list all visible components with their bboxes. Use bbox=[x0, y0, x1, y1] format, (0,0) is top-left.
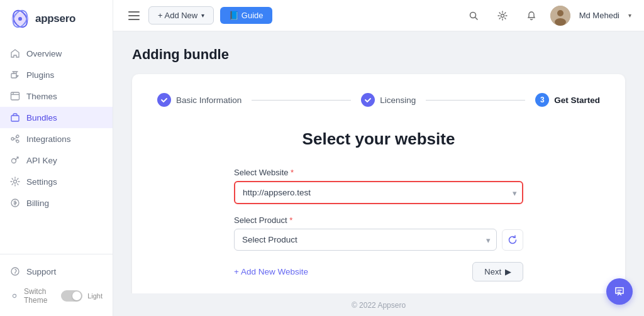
refresh-icon bbox=[508, 235, 518, 245]
stepper: Basic Information Licensing 3 Get Starte… bbox=[157, 93, 600, 107]
sidebar-item-integrations-label: Integrations bbox=[26, 134, 71, 144]
product-select[interactable]: Select Product bbox=[234, 229, 497, 251]
check-icon-1 bbox=[160, 96, 168, 104]
key-icon bbox=[10, 155, 20, 165]
step-2: Licensing bbox=[361, 93, 416, 107]
add-website-link[interactable]: + Add New Website bbox=[234, 267, 308, 276]
topbar-left: + Add New ▾ 📘 Guide bbox=[126, 6, 456, 25]
website-select[interactable]: http://appsero.test bbox=[234, 181, 523, 204]
product-label: Select Product * bbox=[234, 215, 523, 225]
content-area: Adding bundle Basic Information Licensin… bbox=[113, 31, 644, 293]
search-icon bbox=[469, 11, 479, 21]
sidebar-support-label: Support bbox=[26, 267, 56, 276]
bell-icon bbox=[526, 11, 536, 21]
guide-label: 📘 Guide bbox=[229, 11, 263, 20]
website-select-wrapper: http://appsero.test ▾ bbox=[234, 181, 523, 204]
svg-rect-4 bbox=[11, 74, 16, 78]
search-button[interactable] bbox=[464, 6, 484, 26]
avatar bbox=[550, 6, 570, 26]
support-icon bbox=[10, 266, 20, 276]
step-line-1 bbox=[252, 100, 351, 101]
hamburger-line-2 bbox=[128, 15, 140, 16]
sidebar-item-bundles[interactable]: Bundles bbox=[0, 107, 113, 128]
sidebar-item-settings[interactable]: Settings bbox=[0, 171, 113, 192]
svg-rect-6 bbox=[11, 116, 19, 121]
sidebar-item-support[interactable]: Support bbox=[0, 261, 113, 282]
sidebar-item-overview[interactable]: Overview bbox=[0, 43, 113, 64]
sidebar: appsero Overview Plugins Themes Bundles … bbox=[0, 0, 113, 316]
settings-icon bbox=[10, 177, 20, 187]
settings-button[interactable] bbox=[492, 6, 513, 26]
notifications-button[interactable] bbox=[521, 6, 541, 26]
step-3: 3 Get Started bbox=[535, 93, 600, 107]
billing-icon bbox=[10, 198, 20, 208]
step-3-number: 3 bbox=[535, 93, 549, 107]
product-form-group: Select Product * Select Product ▾ bbox=[234, 215, 523, 251]
hamburger-line-1 bbox=[128, 11, 140, 13]
sidebar-item-api-key[interactable]: API Key bbox=[0, 150, 113, 171]
topbar: + Add New ▾ 📘 Guide Md Mehedi ▾ bbox=[113, 0, 644, 31]
add-website-label: + Add New Website bbox=[234, 267, 308, 276]
home-icon bbox=[10, 48, 20, 58]
chat-bubble[interactable] bbox=[606, 278, 633, 305]
user-name: Md Mehedi bbox=[579, 11, 619, 20]
next-arrow-icon: ▶ bbox=[505, 267, 511, 276]
refresh-button[interactable] bbox=[502, 229, 523, 251]
sidebar-item-themes-label: Themes bbox=[26, 92, 57, 101]
bundles-icon bbox=[10, 112, 20, 123]
step-2-check bbox=[361, 93, 375, 107]
step-1-check bbox=[157, 93, 171, 107]
svg-point-16 bbox=[501, 14, 504, 17]
sidebar-item-api-key-label: API Key bbox=[26, 156, 57, 165]
sidebar-item-billing[interactable]: Billing bbox=[0, 192, 113, 214]
footer-text: © 2022 Appsero bbox=[352, 301, 406, 310]
sidebar-item-settings-label: Settings bbox=[26, 177, 57, 187]
location-icon bbox=[10, 291, 19, 300]
sidebar-item-integrations[interactable]: Integrations bbox=[0, 128, 113, 150]
main-card: Basic Information Licensing 3 Get Starte… bbox=[132, 74, 625, 293]
sidebar-bottom: Support Switch Theme Light bbox=[0, 254, 113, 316]
product-select-wrapper: Select Product ▾ bbox=[234, 229, 497, 251]
website-form-group: Select Website * http://appsero.test ▾ bbox=[234, 168, 523, 204]
topbar-right: Md Mehedi ▾ bbox=[464, 6, 631, 26]
plugin-icon bbox=[10, 70, 20, 80]
svg-point-13 bbox=[11, 268, 19, 275]
next-button[interactable]: Next ▶ bbox=[472, 262, 523, 281]
step-3-label: Get Started bbox=[554, 95, 600, 105]
step-2-label: Licensing bbox=[380, 95, 416, 105]
sidebar-item-themes[interactable]: Themes bbox=[0, 85, 113, 107]
svg-point-11 bbox=[14, 180, 17, 183]
step-line-2 bbox=[426, 100, 525, 101]
page-title: Adding bundle bbox=[132, 46, 625, 63]
add-new-button[interactable]: + Add New ▾ bbox=[148, 6, 214, 25]
appsero-logo-icon bbox=[10, 9, 30, 29]
switch-theme-row: Switch Theme Light bbox=[0, 282, 113, 310]
svg-point-3 bbox=[18, 17, 22, 21]
svg-point-14 bbox=[13, 294, 16, 297]
product-select-row: Select Product ▾ bbox=[234, 229, 523, 251]
hamburger-button[interactable] bbox=[126, 9, 142, 23]
add-new-label: + Add New bbox=[158, 11, 197, 20]
section-heading: Select your website bbox=[157, 129, 600, 149]
sidebar-item-bundles-label: Bundles bbox=[26, 113, 57, 123]
step-1: Basic Information bbox=[157, 93, 242, 107]
form-bottom-row: + Add New Website Next ▶ bbox=[234, 262, 523, 281]
logo-text: appsero bbox=[35, 13, 75, 25]
theme-toggle[interactable] bbox=[61, 290, 82, 302]
toggle-thumb bbox=[72, 291, 81, 300]
svg-rect-5 bbox=[11, 92, 19, 100]
next-label: Next bbox=[484, 267, 501, 276]
required-asterisk-2: * bbox=[287, 215, 293, 225]
avatar-image bbox=[550, 6, 570, 26]
sidebar-item-billing-label: Billing bbox=[26, 199, 49, 208]
main-area: + Add New ▾ 📘 Guide Md Mehedi ▾ bbox=[113, 0, 644, 316]
guide-button[interactable]: 📘 Guide bbox=[220, 7, 272, 24]
footer: © 2022 Appsero bbox=[113, 293, 644, 316]
sidebar-nav: Overview Plugins Themes Bundles Integrat… bbox=[0, 38, 113, 254]
sidebar-item-plugins[interactable]: Plugins bbox=[0, 64, 113, 85]
chevron-down-icon: ▾ bbox=[201, 12, 204, 19]
sidebar-item-plugins-label: Plugins bbox=[26, 70, 54, 80]
svg-point-19 bbox=[555, 18, 566, 26]
required-asterisk-1: * bbox=[288, 168, 294, 177]
sidebar-logo: appsero bbox=[0, 0, 113, 38]
